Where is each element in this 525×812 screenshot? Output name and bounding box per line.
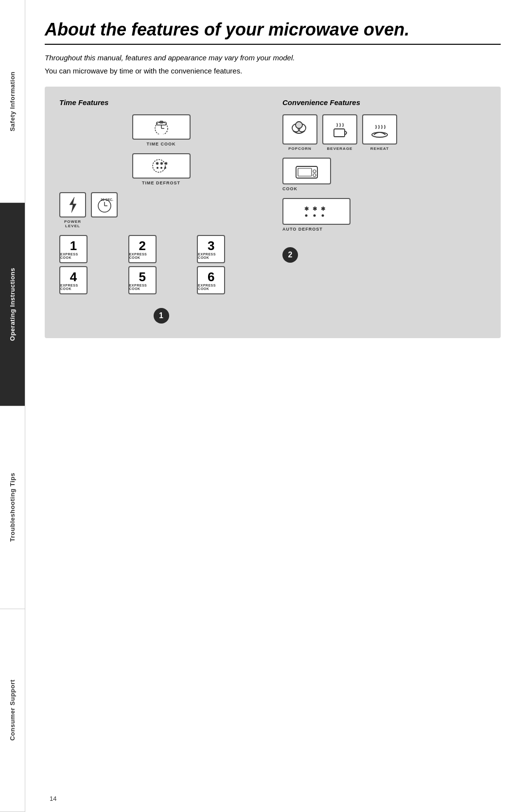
- express-sub-1: EXPRESS COOK: [60, 253, 87, 259]
- popcorn-item: POPCORN: [282, 114, 317, 151]
- express-num-6: 6: [208, 271, 214, 283]
- express-num-5: 5: [139, 271, 145, 283]
- 30sec-icon: 30 SEC.: [94, 196, 115, 214]
- express-sub-4: EXPRESS COOK: [60, 284, 87, 290]
- svg-text:30 SEC.: 30 SEC.: [101, 198, 113, 201]
- 30sec-item: 30 SEC. -: [91, 192, 118, 228]
- express-cook-4[interactable]: 4 EXPRESS COOK: [59, 266, 88, 294]
- popcorn-icon: [289, 120, 311, 139]
- sidebar: Safety Information Operating Instruction…: [0, 0, 25, 812]
- sidebar-item-troubleshooting[interactable]: Troubleshooting Tips: [0, 406, 25, 609]
- popcorn-label: POPCORN: [288, 146, 311, 151]
- main-content: About the features of your microwave ove…: [25, 0, 525, 812]
- sidebar-label-troubleshooting: Troubleshooting Tips: [9, 473, 16, 542]
- power-level-item: POWERLEVEL: [59, 192, 86, 228]
- sidebar-item-operating[interactable]: Operating Instructions: [0, 203, 25, 406]
- svg-point-19: [296, 122, 302, 128]
- conv-row-1: POPCORN BEVERAGE: [282, 114, 486, 151]
- auto-defrost-label: AUTO DEFROST: [282, 227, 323, 232]
- express-sub-6: EXPRESS COOK: [198, 284, 224, 290]
- sidebar-label-consumer: Consumer Support: [9, 680, 16, 741]
- beverage-item: BEVERAGE: [322, 114, 357, 151]
- sidebar-item-consumer[interactable]: Consumer Support: [0, 609, 25, 812]
- express-num-4: 4: [70, 271, 77, 283]
- cook-button[interactable]: [282, 158, 331, 184]
- svg-point-10: [160, 167, 162, 169]
- reheat-button[interactable]: [362, 114, 397, 144]
- sidebar-label-safety: Safety Information: [9, 72, 16, 131]
- svg-point-25: [313, 174, 316, 177]
- auto-defrost-item: ✱ ✱ ✱ AUTO DEFROST: [282, 198, 486, 232]
- auto-defrost-button[interactable]: ✱ ✱ ✱: [282, 198, 350, 225]
- express-sub-2: EXPRESS COOK: [129, 253, 156, 259]
- lightning-icon: [66, 196, 80, 214]
- time-features-col: Time Features TIME COOK: [59, 98, 263, 324]
- beverage-button[interactable]: [322, 114, 357, 144]
- page-title: About the features of your microwave ove…: [45, 19, 501, 45]
- sidebar-label-operating: Operating Instructions: [9, 268, 16, 341]
- express-cook-grid: 1 EXPRESS COOK 2 EXPRESS COOK 3 EXPRESS …: [59, 235, 263, 294]
- reheat-item: REHEAT: [362, 114, 397, 151]
- svg-point-9: [157, 167, 158, 169]
- subtitle-variant: Throughout this manual, features and app…: [45, 54, 501, 62]
- express-num-2: 2: [139, 239, 145, 252]
- express-num-1: 1: [70, 239, 77, 252]
- time-features-heading: Time Features: [59, 98, 263, 107]
- cook-label: COOK: [282, 186, 298, 191]
- cook-icon: [292, 162, 321, 180]
- express-cook-1[interactable]: 1 EXPRESS COOK: [59, 235, 88, 263]
- svg-text:✱: ✱: [304, 206, 309, 212]
- svg-rect-20: [334, 129, 345, 137]
- svg-point-31: [322, 214, 324, 217]
- svg-point-30: [314, 214, 316, 217]
- express-num-3: 3: [208, 239, 214, 252]
- badge-2: 2: [282, 247, 298, 263]
- svg-text:✱: ✱: [164, 162, 168, 166]
- svg-point-29: [305, 214, 308, 217]
- time-cook-icon: [147, 120, 176, 134]
- express-cook-2[interactable]: 2 EXPRESS COOK: [128, 235, 157, 263]
- reheat-icon: [369, 120, 390, 139]
- svg-point-24: [313, 170, 316, 173]
- page-number: 14: [50, 795, 56, 802]
- svg-marker-12: [70, 197, 76, 213]
- time-defrost-button[interactable]: ✱ ✱ ✱: [132, 153, 191, 179]
- feature-panel: Time Features TIME COOK: [45, 87, 501, 338]
- convenience-features-heading: Convenience Features: [282, 98, 486, 107]
- svg-text:✱: ✱: [160, 162, 163, 166]
- time-cook-button[interactable]: [132, 114, 191, 140]
- convenience-features-col: Convenience Features POPCORN: [282, 98, 486, 324]
- svg-rect-23: [298, 168, 312, 176]
- popcorn-button[interactable]: [282, 114, 317, 144]
- cook-item: COOK: [282, 158, 486, 191]
- power-level-button[interactable]: [59, 192, 86, 217]
- auto-defrost-icon: ✱ ✱ ✱: [299, 203, 333, 220]
- svg-text:✱: ✱: [321, 206, 326, 212]
- svg-point-5: [153, 160, 165, 172]
- express-sub-5: EXPRESS COOK: [129, 284, 156, 290]
- svg-text:✱: ✱: [313, 206, 317, 212]
- power-level-label: POWERLEVEL: [64, 219, 81, 228]
- badge-1-container: 1: [59, 302, 263, 324]
- subtitle-main: You can microwave by time or with the co…: [45, 67, 501, 75]
- time-defrost-item: ✱ ✱ ✱ TIME DEFROST: [59, 153, 263, 185]
- express-cook-3[interactable]: 3 EXPRESS COOK: [197, 235, 225, 263]
- svg-text:✱: ✱: [156, 162, 159, 166]
- sidebar-item-safety[interactable]: Safety Information: [0, 0, 25, 203]
- power-30sec-row: POWERLEVEL 30 SEC. -: [59, 192, 263, 228]
- badge-1: 1: [154, 308, 169, 324]
- time-defrost-label: TIME DEFROST: [142, 180, 180, 185]
- 30sec-button[interactable]: 30 SEC.: [91, 192, 118, 217]
- time-defrost-icon: ✱ ✱ ✱: [147, 159, 176, 173]
- express-sub-3: EXPRESS COOK: [198, 253, 224, 259]
- badge-2-container: 2: [282, 241, 486, 263]
- time-cook-label: TIME COOK: [147, 142, 176, 146]
- beverage-label: BEVERAGE: [327, 146, 353, 151]
- express-cook-6[interactable]: 6 EXPRESS COOK: [197, 266, 225, 294]
- reheat-label: REHEAT: [370, 146, 389, 151]
- time-cook-item: TIME COOK: [59, 114, 263, 146]
- beverage-icon: [329, 120, 350, 139]
- express-cook-5[interactable]: 5 EXPRESS COOK: [128, 266, 157, 294]
- svg-point-11: [164, 167, 166, 169]
